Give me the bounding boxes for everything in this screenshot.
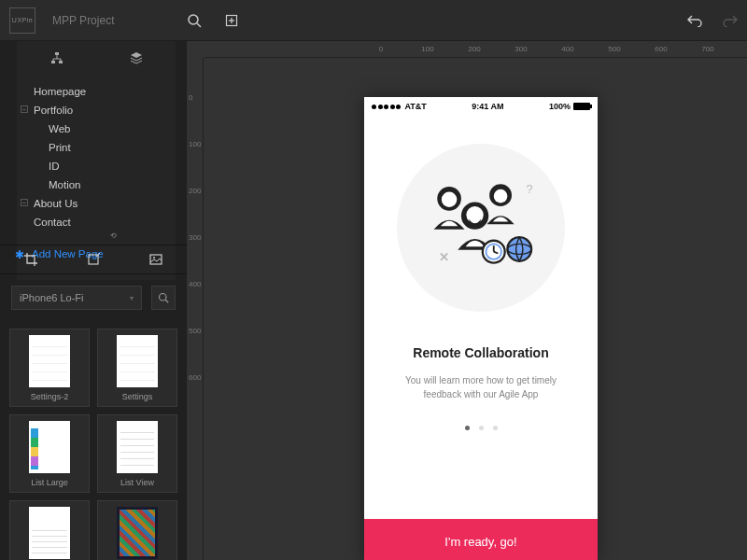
canvas[interactable]: 0100200300400500600700 01002003004005006…	[187, 41, 747, 560]
undo-icon[interactable]	[687, 14, 702, 27]
page-item[interactable]: Print	[17, 138, 176, 157]
battery-pct: 100%	[549, 102, 571, 111]
svg-point-20	[466, 206, 483, 223]
page-list: Homepage–PortfolioWebPrintIDMotion–About…	[17, 75, 176, 239]
page-item-label: Web	[49, 123, 70, 134]
image-icon	[149, 253, 162, 266]
chevron-down-icon: ▾	[130, 294, 134, 302]
ruler-tick: 400	[561, 45, 573, 53]
library-item[interactable]: List Large	[9, 414, 90, 493]
page-item[interactable]: –Portfolio	[17, 101, 176, 119]
svg-point-0	[189, 15, 198, 24]
thumbnail-label: Settings-2	[31, 392, 69, 401]
hero-body: You will learn more how to get timely fe…	[405, 373, 557, 401]
ruler-tick: 0	[189, 93, 192, 102]
svg-line-13	[165, 300, 168, 302]
preset-dropdown[interactable]: iPhone6 Lo-Fi ▾	[11, 286, 142, 310]
ruler-tick: 100	[189, 140, 201, 148]
pager-dot[interactable]	[479, 426, 484, 430]
preset-selected: iPhone6 Lo-Fi	[20, 292, 84, 303]
library-item[interactable]: Notifications	[97, 500, 177, 560]
app-logo[interactable]: UXPin	[9, 7, 35, 34]
page-item[interactable]: Homepage	[17, 82, 176, 101]
search-icon[interactable]	[187, 13, 202, 28]
ruler-tick: 100	[421, 45, 433, 53]
carrier-label: AT&T	[405, 102, 427, 111]
pager-dot[interactable]	[465, 426, 470, 430]
svg-rect-7	[59, 61, 63, 63]
ruler-vertical: 0100200300400500600	[187, 58, 204, 560]
thumbnail-label: List Large	[31, 478, 68, 487]
ruler-tick: 500	[189, 327, 201, 335]
svg-point-25	[507, 237, 531, 261]
tab-sitemap[interactable]	[17, 41, 96, 75]
svg-rect-6	[51, 61, 55, 63]
page-item-label: ID	[49, 161, 60, 172]
battery-icon: 100%	[549, 102, 590, 111]
layers-icon	[130, 51, 143, 64]
tab-image[interactable]	[124, 245, 187, 273]
clock-label: 9:41 AM	[472, 102, 503, 111]
page-item[interactable]: Motion	[17, 175, 176, 194]
phone-statusbar: AT&T 9:41 AM 100%	[364, 97, 598, 116]
component-library: Settings-2SettingsList LargeList ViewDat…	[0, 321, 187, 560]
ruler-tick: 200	[189, 187, 201, 195]
redo-icon[interactable]	[723, 14, 738, 27]
svg-text:?: ?	[527, 182, 533, 196]
page-item-label: Portfolio	[34, 105, 73, 116]
artboard-phone[interactable]: AT&T 9:41 AM 100% ?	[364, 97, 598, 560]
project-title[interactable]: MPP Project	[52, 14, 114, 27]
page-item-label: Print	[49, 142, 71, 153]
ruler-tick: 200	[468, 45, 480, 53]
ruler-tick: 300	[514, 45, 527, 53]
page-item[interactable]: Contact	[17, 213, 176, 231]
thumbnail-image	[29, 507, 70, 559]
thumbnail-image	[117, 507, 158, 559]
thumbnail-label: Settings	[122, 392, 153, 401]
tool-tabs	[0, 245, 187, 274]
ruler-tick: 600	[189, 373, 201, 382]
add-element-icon[interactable]	[224, 13, 239, 28]
svg-point-12	[160, 294, 167, 301]
library-item[interactable]: Date-picker	[9, 500, 90, 560]
app-topbar: UXPin MPP Project	[0, 0, 747, 41]
collapse-icon[interactable]: –	[21, 199, 28, 206]
page-item-label: Homepage	[34, 86, 86, 97]
pager-dot[interactable]	[493, 426, 498, 430]
preset-row: iPhone6 Lo-Fi ▾	[0, 280, 187, 315]
thumbnail-image	[29, 421, 70, 473]
small-indicator: ⟲	[110, 231, 117, 240]
svg-line-1	[197, 23, 201, 27]
page-item-label: Contact	[34, 217, 71, 228]
ruler-tick: 700	[701, 45, 713, 53]
library-item[interactable]: Settings	[97, 329, 177, 407]
tab-artboard[interactable]	[63, 245, 125, 273]
page-item-label: Motion	[49, 179, 81, 190]
collapse-icon[interactable]: –	[21, 105, 28, 113]
signal-icon: AT&T	[372, 102, 427, 111]
tab-layers[interactable]	[96, 41, 176, 75]
crop-icon	[24, 253, 37, 266]
thumbnail-label: List View	[120, 478, 154, 487]
ruler-tick: 0	[379, 45, 383, 53]
thumbnail-image	[117, 421, 158, 473]
cta-button[interactable]: I'm ready, go!	[364, 519, 598, 560]
page-item[interactable]: Web	[17, 119, 176, 138]
svg-point-18	[494, 189, 508, 203]
ruler-horizontal: 0100200300400500600700	[204, 41, 747, 58]
ruler-tick: 300	[189, 233, 201, 242]
page-item-label: About Us	[34, 198, 78, 209]
library-item[interactable]: Settings-2	[9, 329, 90, 407]
hero-area: ?	[364, 116, 598, 519]
ruler-tick: 500	[608, 45, 620, 53]
pager-dots[interactable]	[465, 426, 498, 430]
library-item[interactable]: List View	[97, 414, 177, 493]
sitemap-icon	[50, 51, 63, 64]
ruler-tick: 600	[655, 45, 667, 53]
svg-rect-10	[150, 255, 162, 264]
svg-point-11	[153, 257, 155, 259]
page-item[interactable]: –About Us	[17, 194, 176, 213]
preset-search-button[interactable]	[151, 286, 176, 310]
tab-crop[interactable]	[0, 245, 63, 273]
page-item[interactable]: ID	[17, 157, 176, 175]
